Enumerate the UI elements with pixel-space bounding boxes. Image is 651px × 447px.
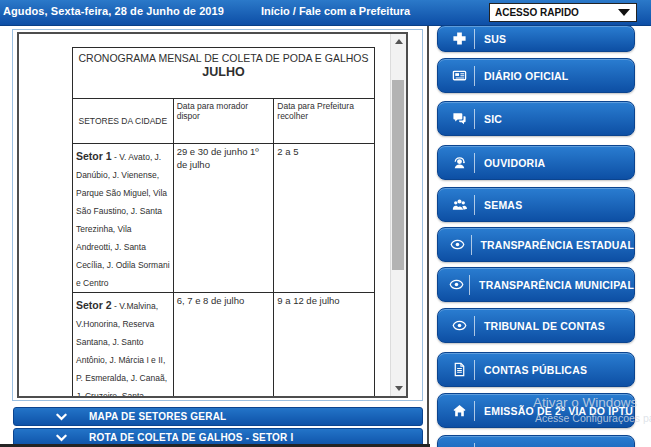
- sidebar-button-transparencia-estadual[interactable]: TRANSPARÊNCIA ESTADUAL: [437, 227, 635, 262]
- home-icon: [449, 403, 469, 418]
- sidebar-button-label: TRANSPARÊNCIA MUNICIPAL: [479, 279, 634, 291]
- column-header-dispose: Data para morador dispor: [173, 99, 274, 144]
- chevron-down-icon: [618, 9, 630, 16]
- sidebar-button-sic[interactable]: SIC: [437, 101, 635, 136]
- table-header-row: SETORES DA CIDADE Data para morador disp…: [73, 99, 375, 144]
- document-container: CRONOGRAMA MENSAL DE COLETA DE PODA E GA…: [12, 29, 423, 401]
- accordion-mapa-setores[interactable]: MAPA DE SETORES GERAL: [13, 407, 423, 426]
- separator: [474, 316, 475, 336]
- sidebar-button-label: DIÁRIO OFICIAL: [484, 70, 568, 82]
- sidebar-button-semas[interactable]: SEMAS: [437, 187, 635, 222]
- sector-name: Setor 1: [76, 150, 112, 162]
- sidebar-button-ouvidoria[interactable]: OUVIDORIA: [437, 145, 635, 180]
- sidebar-button-label: SEMAS: [484, 199, 522, 211]
- column-header-collect: Data para Prefeitura recolher: [274, 99, 375, 144]
- breadcrumb[interactable]: Início / Fale com a Prefeitura: [261, 5, 410, 17]
- sidebar-button-label: CONTAS PÚBLICAS: [484, 364, 587, 376]
- sidebar-button-label: TRIBUNAL DE CONTAS: [484, 320, 605, 332]
- chat-bubbles-icon: [449, 111, 469, 126]
- sidebar-button-partial[interactable]: [437, 435, 635, 447]
- sidebar-button-label: OUVIDORIA: [484, 157, 545, 169]
- scroll-down-button[interactable]: [391, 381, 406, 396]
- separator: [469, 275, 470, 295]
- sidebar-button-label: TRANSPARÊNCIA ESTADUAL: [480, 239, 634, 251]
- document-icon: [449, 362, 469, 377]
- table-title: CRONOGRAMA MENSAL DE COLETA DE PODA E GA…: [76, 52, 371, 64]
- scroll-up-button[interactable]: [391, 34, 406, 49]
- table-subtitle: JULHO: [76, 65, 371, 79]
- separator: [474, 195, 475, 215]
- table-row: Setor 2 - V.Malvina, V.Honorina, Reserva…: [73, 293, 375, 399]
- accordion-label: ROTA DE COLETA DE GALHOS - SETOR I: [89, 432, 293, 443]
- separator: [474, 401, 475, 421]
- separator: [474, 360, 475, 380]
- collect-dates: 2 a 5: [274, 144, 375, 293]
- content-divider: [427, 25, 429, 447]
- sidebar-button-emissao-iptu[interactable]: EMISSÃO DE 2º VIA DO IPTU: [437, 393, 635, 428]
- column-header-sectors: SETORES DA CIDADE: [73, 99, 174, 144]
- eye-icon: [449, 277, 464, 292]
- embedded-document-viewer: CRONOGRAMA MENSAL DE COLETA DE PODA E GA…: [17, 32, 408, 398]
- sidebar-button-diario-oficial[interactable]: DIÁRIO OFICIAL: [437, 58, 635, 93]
- separator: [474, 153, 475, 173]
- people-group-icon: [449, 197, 469, 212]
- separator: [474, 66, 475, 86]
- newspaper-icon: [449, 68, 469, 83]
- chevron-down-icon: [56, 413, 67, 421]
- dispose-dates: 29 e 30 de junho 1º de julho: [173, 144, 274, 293]
- chevron-down-icon: [56, 434, 67, 442]
- dispose-dates: 6, 7 e 8 de julho: [173, 293, 274, 399]
- sidebar-button-label: EMISSÃO DE 2º VIA DO IPTU: [484, 405, 633, 417]
- table-row: Setor 1 - V. Avato, J. Danúbio, J. Viene…: [73, 144, 375, 293]
- collect-dates: 9 a 12 de julho: [274, 293, 375, 399]
- accordion-label: MAPA DE SETORES GERAL: [89, 411, 226, 422]
- support-person-icon: [449, 155, 469, 170]
- document-page: CRONOGRAMA MENSAL DE COLETA DE PODA E GA…: [19, 34, 391, 396]
- separator: [474, 443, 475, 447]
- eye-icon: [449, 237, 466, 252]
- top-navigation-bar: Agudos, Sexta-feira, 28 de Junho de 2019…: [0, 0, 651, 26]
- sidebar-button-tribunal-de-contas[interactable]: TRIBUNAL DE CONTAS: [437, 308, 635, 343]
- quick-access-dropdown[interactable]: ACESSO RAPIDO: [489, 3, 637, 22]
- schedule-table: CRONOGRAMA MENSAL DE COLETA DE PODA E GA…: [72, 47, 375, 398]
- sidebar-button-transparencia-municipal[interactable]: TRANSPARÊNCIA MUNICIPAL: [437, 267, 635, 302]
- triangle-up-icon: [395, 39, 403, 44]
- sector-name: Setor 2: [76, 299, 112, 311]
- table-title-row: CRONOGRAMA MENSAL DE COLETA DE PODA E GA…: [73, 48, 375, 99]
- sector-areas: - V. Avato, J. Danúbio, J. Vienense, Par…: [76, 152, 170, 288]
- viewer-scrollbar[interactable]: [390, 34, 406, 396]
- sector-areas: - V.Malvina, V.Honorina, Reserva Santana…: [76, 301, 170, 398]
- quick-access-label: ACESSO RAPIDO: [490, 7, 618, 18]
- separator: [471, 235, 472, 255]
- sidebar-button-label: SUS: [484, 33, 506, 45]
- separator: [474, 109, 475, 129]
- eye-icon: [449, 318, 469, 333]
- current-date-text: Agudos, Sexta-feira, 28 de Junho de 2019: [3, 5, 224, 17]
- triangle-down-icon: [395, 386, 403, 391]
- sidebar-button-label: SIC: [484, 113, 502, 125]
- sidebar-button-sus[interactable]: SUS: [437, 25, 635, 52]
- medical-cross-icon: [449, 31, 469, 46]
- scrollbar-thumb[interactable]: [392, 80, 404, 270]
- separator: [474, 29, 475, 49]
- sidebar-button-contas-publicas[interactable]: CONTAS PÚBLICAS: [437, 352, 635, 387]
